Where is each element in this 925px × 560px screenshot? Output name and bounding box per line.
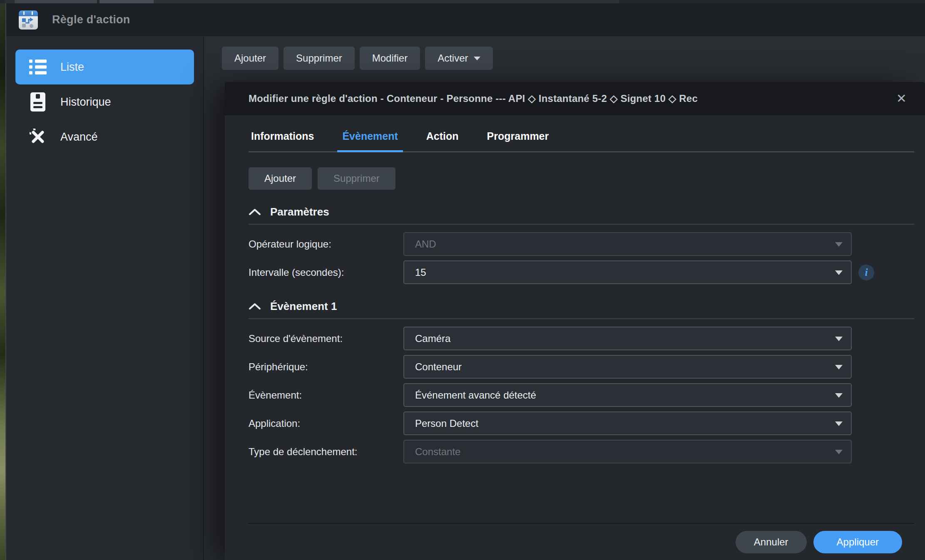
chevron-down-icon — [835, 270, 843, 275]
event-source-dropdown[interactable]: Caméra — [403, 327, 852, 350]
sidebar-item-liste[interactable]: Liste — [15, 50, 194, 84]
add-event-button[interactable]: Ajouter — [249, 167, 312, 190]
list-toolbar: Ajouter Supprimer Modifier Activer — [204, 36, 925, 70]
field-label: Évènement: — [249, 389, 403, 401]
event-dropdown[interactable]: Événement avancé détecté — [403, 383, 852, 407]
main-panel: Ajouter Supprimer Modifier Activer Modif… — [204, 36, 925, 560]
chevron-up-icon[interactable] — [249, 303, 261, 310]
dialog-title: Modifier une règle d'action - Conteneur … — [249, 93, 698, 104]
dialog-titlebar: Modifier une règle d'action - Conteneur … — [225, 82, 925, 115]
chevron-down-icon — [474, 57, 480, 60]
edit-action-rule-dialog: Modifier une règle d'action - Conteneur … — [225, 82, 925, 560]
dialog-body: Informations Évènement Action Programmer… — [225, 115, 925, 560]
field-device: Périphérique: Conteneur — [249, 355, 914, 379]
field-trigger-type: Type de déclenchement: Constante — [249, 440, 914, 463]
section-divider — [249, 224, 914, 225]
section-title: Évènement 1 — [270, 300, 337, 313]
field-label: Type de déclenchement: — [249, 446, 403, 458]
edit-rule-button[interactable]: Modifier — [360, 47, 420, 70]
window-title: Règle d'action — [52, 13, 130, 26]
logical-operator-dropdown: AND — [403, 232, 852, 256]
background-tab-fragment — [99, 0, 154, 3]
info-icon[interactable]: i — [858, 265, 874, 280]
interval-dropdown[interactable]: 15 — [403, 260, 852, 284]
field-event-source: Source d'évènement: Caméra — [249, 327, 914, 350]
sidebar-item-historique[interactable]: Historique — [15, 84, 194, 119]
chevron-down-icon — [835, 450, 843, 454]
background-tab-fragment — [154, 0, 619, 3]
tab-informations[interactable]: Informations — [249, 130, 316, 151]
background-tab-fragment — [619, 0, 925, 3]
field-label: Opérateur logique: — [249, 238, 403, 250]
background-tab-fragment — [5, 0, 15, 3]
apply-button[interactable]: Appliquer — [813, 531, 902, 553]
chevron-up-icon[interactable] — [249, 208, 261, 216]
desktop-wallpaper-sliver — [0, 3, 5, 560]
background-tab-fragment — [15, 0, 97, 3]
field-logical-operator: Opérateur logique: AND — [249, 232, 914, 256]
action-rule-window: Règle d'action Liste — [6, 3, 925, 560]
delete-rule-button[interactable]: Supprimer — [283, 47, 355, 70]
list-icon — [29, 59, 47, 74]
sidebar-item-label: Liste — [60, 61, 84, 74]
section-title: Paramètres — [270, 206, 329, 218]
field-label: Application: — [249, 418, 403, 429]
chevron-down-icon — [835, 365, 843, 369]
field-label: Source d'évènement: — [249, 333, 403, 344]
chevron-down-icon — [835, 421, 843, 426]
section-parametres-header: Paramètres — [249, 206, 914, 218]
sidebar-item-avance[interactable]: Avancé — [15, 119, 194, 154]
enable-rule-dropdown-button[interactable]: Activer — [425, 47, 493, 70]
add-rule-button[interactable]: Ajouter — [222, 47, 278, 70]
device-dropdown[interactable]: Conteneur — [403, 355, 852, 379]
screen: Règle d'action Liste — [0, 0, 925, 560]
chevron-down-icon — [835, 393, 843, 398]
sidebar-item-label: Avancé — [60, 131, 98, 144]
field-event: Évènement: Événement avancé détecté — [249, 383, 914, 407]
tab-action[interactable]: Action — [424, 130, 461, 151]
chevron-down-icon — [835, 242, 843, 247]
chevron-down-icon — [835, 337, 843, 341]
background-window-strip — [0, 0, 925, 3]
field-interval: Intervalle (secondes): 15 i — [249, 260, 914, 284]
dialog-tabs: Informations Évènement Action Programmer — [249, 115, 914, 152]
cancel-button[interactable]: Annuler — [736, 531, 807, 553]
field-application: Application: Person Detect — [249, 411, 914, 435]
close-icon[interactable]: ✕ — [896, 92, 907, 105]
action-rule-app-icon — [19, 10, 38, 30]
section-evenement1-header: Évènement 1 — [249, 300, 914, 313]
tab-evenement[interactable]: Évènement — [340, 130, 400, 151]
section-divider — [249, 318, 914, 319]
sidebar: Liste Historique — [6, 36, 204, 560]
window-header: Règle d'action — [6, 3, 925, 36]
application-dropdown[interactable]: Person Detect — [403, 411, 852, 435]
delete-event-button: Supprimer — [318, 167, 395, 190]
event-actions: Ajouter Supprimer — [249, 167, 914, 190]
dialog-footer: Annuler Appliquer — [249, 523, 914, 560]
tab-programmer[interactable]: Programmer — [485, 130, 552, 151]
field-label: Périphérique: — [249, 361, 403, 373]
trigger-type-dropdown: Constante — [403, 440, 852, 463]
sidebar-item-label: Historique — [60, 96, 111, 109]
field-label: Intervalle (secondes): — [249, 267, 403, 278]
tools-icon — [29, 129, 47, 145]
journal-icon — [29, 92, 47, 112]
